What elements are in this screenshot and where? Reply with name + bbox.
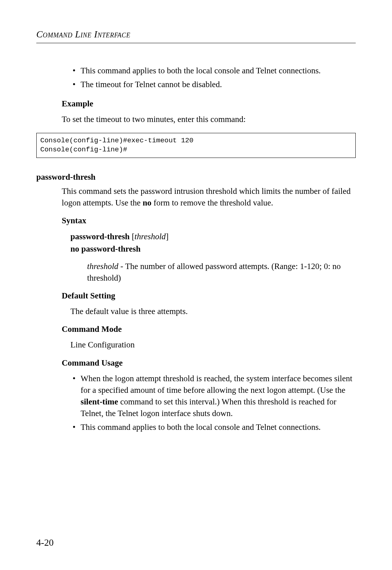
syntax-command: password-thresh [70, 232, 130, 241]
command-usage-heading: Command Usage [62, 358, 356, 368]
text-bold: silent-time [81, 397, 118, 406]
command-mode-text: Line Configuration [62, 339, 356, 351]
text-fragment: [ [130, 232, 134, 241]
header-rule [36, 43, 356, 43]
usage-bullet-list: When the logon attempt threshold is reac… [62, 373, 356, 433]
list-item: The timeout for Telnet cannot be disable… [73, 79, 356, 90]
text-fragment: command to set this interval.) When this… [81, 397, 336, 418]
text-fragment: When the logon attempt threshold is reac… [81, 374, 352, 395]
command-description: This command sets the password intrusion… [62, 186, 356, 209]
syntax-command: no password-thresh [70, 244, 140, 253]
syntax-param: threshold [135, 232, 166, 241]
syntax-line: no password-thresh [70, 243, 356, 255]
page-number: 4-20 [36, 537, 54, 548]
command-mode-heading: Command Mode [62, 325, 356, 334]
top-bullet-list: This command applies to both the local c… [62, 65, 356, 90]
syntax-heading: Syntax [62, 216, 356, 225]
page-body: This command applies to both the local c… [36, 65, 356, 433]
text-fragment: ] [166, 232, 169, 241]
example-heading: Example [62, 99, 356, 109]
default-setting-text: The default value is three attempts. [62, 306, 356, 317]
text-bold: no [143, 198, 151, 207]
param-text: - The number of allowed password attempt… [87, 262, 341, 282]
list-item: When the logon attempt threshold is reac… [73, 373, 356, 420]
default-setting-heading: Default Setting [62, 291, 356, 301]
list-item: This command applies to both the local c… [73, 422, 356, 433]
text-fragment: form to remove the threshold value. [151, 198, 273, 207]
syntax-line: password-thresh [threshold] [70, 231, 356, 243]
param-description: threshold - The number of allowed passwo… [70, 261, 356, 284]
code-block: Console(config-line)#exec-timeout 120 Co… [36, 133, 356, 158]
param-name: threshold [87, 262, 118, 271]
example-intro: To set the timeout to two minutes, enter… [62, 114, 356, 125]
syntax-block: password-thresh [threshold] no password-… [62, 231, 356, 284]
command-name-heading: password-thresh [36, 172, 356, 182]
page-header-title: Command Line Interface [36, 29, 356, 40]
list-item: This command applies to both the local c… [73, 65, 356, 77]
